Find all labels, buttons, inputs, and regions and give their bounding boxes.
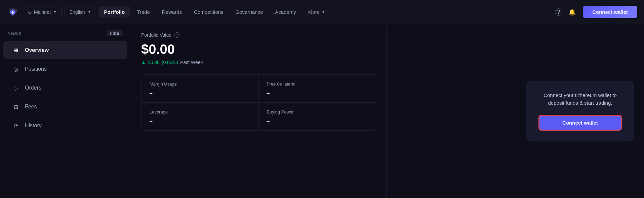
positions-icon: ◎ (11, 65, 20, 73)
change-percent: (0.00%) (162, 60, 178, 65)
nav-rewards[interactable]: Rewards (157, 6, 187, 18)
logo[interactable] (7, 6, 19, 18)
more-chevron-icon: ▼ (322, 10, 325, 14)
nav-competitions[interactable]: Competitions (189, 6, 229, 18)
fees-icon: ⊞ (11, 102, 20, 111)
bell-icon: 🔔 (568, 8, 576, 16)
sidebar-item-overview[interactable]: ⊕ Overview (3, 41, 127, 59)
network-dropdown[interactable]: ⊙ Mainnet ▼ (23, 7, 62, 17)
sidebar-item-orders[interactable]: ◌ Orders (3, 79, 127, 97)
portfolio-change: ▲ $0.00 (0.00%) Past Week (141, 60, 376, 65)
network-label: Mainnet (34, 9, 51, 15)
sidebar-header: VIEWS HIDE (0, 30, 131, 40)
portfolio-panel: Portfolio Value ? $0.00 ▲ $0.00 (0.00%) … (131, 24, 387, 198)
stat-buying-power-label: Buying Power (267, 109, 368, 114)
help-button[interactable]: ? (553, 6, 565, 18)
portfolio-info-icon[interactable]: ? (174, 32, 179, 38)
nav-more[interactable]: More ▼ (303, 6, 330, 18)
stat-margin-usage: Margin Usage – (142, 75, 259, 103)
stat-margin-usage-label: Margin Usage (150, 81, 250, 87)
nav-governance[interactable]: Governance (230, 6, 269, 18)
stats-grid: Margin Usage – Free Collateral – Leverag… (141, 74, 376, 131)
language-dropdown[interactable]: English ▼ (65, 7, 96, 17)
change-amount: $0.00 (148, 60, 160, 65)
network-chevron-icon: ▼ (53, 10, 57, 14)
sidebar-item-positions[interactable]: ◎ Positions (3, 60, 127, 78)
stat-free-collateral-value: – (267, 90, 368, 96)
nav-academy[interactable]: Academy (270, 6, 301, 18)
main-layout: VIEWS HIDE ⊕ Overview ◎ Positions ◌ Orde… (0, 24, 644, 198)
change-period: Past Week (180, 60, 203, 65)
stat-leverage-value: – (150, 118, 250, 124)
nav-portfolio[interactable]: Portfolio (99, 6, 130, 18)
connect-wallet-card-button[interactable]: Connect wallet (538, 115, 622, 131)
portfolio-amount: $0.00 (141, 42, 376, 57)
content-area: Portfolio Value ? $0.00 ▲ $0.00 (0.00%) … (131, 24, 644, 198)
nav-trade[interactable]: Trade (131, 6, 155, 18)
connect-wallet-button[interactable]: Connect wallet (583, 6, 637, 18)
history-icon: ⟳ (11, 121, 20, 130)
sidebar-item-label-history: History (25, 123, 42, 129)
stat-free-collateral: Free Collateral – (259, 75, 376, 103)
portfolio-value-text: Portfolio Value (141, 32, 171, 38)
language-chevron-icon: ▼ (88, 10, 91, 14)
sidebar-item-label-orders: Orders (25, 85, 41, 91)
globe-icon: ⊙ (28, 9, 32, 15)
sidebar-item-label-overview: Overview (25, 47, 49, 53)
orders-icon: ◌ (11, 84, 20, 92)
sidebar-hide-button[interactable]: HIDE (107, 30, 123, 36)
stat-leverage-label: Leverage (150, 109, 250, 114)
sidebar-views-label: VIEWS (8, 31, 22, 35)
notifications-button[interactable]: 🔔 (566, 6, 578, 18)
sidebar-item-fees[interactable]: ⊞ Fees (3, 98, 127, 116)
change-arrow: ▲ (141, 60, 146, 65)
stat-free-collateral-label: Free Collateral (267, 81, 368, 87)
connect-wallet-card: Connect your Ethereum wallet to deposit … (526, 81, 634, 141)
language-label: English (70, 9, 85, 15)
sidebar-item-label-fees: Fees (25, 104, 37, 110)
connect-card-text: Connect your Ethereum wallet to deposit … (538, 92, 622, 107)
stat-buying-power: Buying Power – (259, 103, 376, 130)
sidebar-item-history[interactable]: ⟳ History (3, 117, 127, 135)
topnav: ⊙ Mainnet ▼ English ▼ Portfolio Trade Re… (0, 0, 644, 24)
stat-leverage: Leverage – (142, 103, 259, 130)
sidebar: VIEWS HIDE ⊕ Overview ◎ Positions ◌ Orde… (0, 24, 131, 198)
sidebar-item-label-positions: Positions (25, 66, 47, 72)
stat-margin-usage-value: – (150, 90, 250, 96)
stat-buying-power-value: – (267, 118, 368, 124)
portfolio-value-label-row: Portfolio Value ? (141, 32, 376, 38)
overview-icon: ⊕ (11, 46, 20, 55)
